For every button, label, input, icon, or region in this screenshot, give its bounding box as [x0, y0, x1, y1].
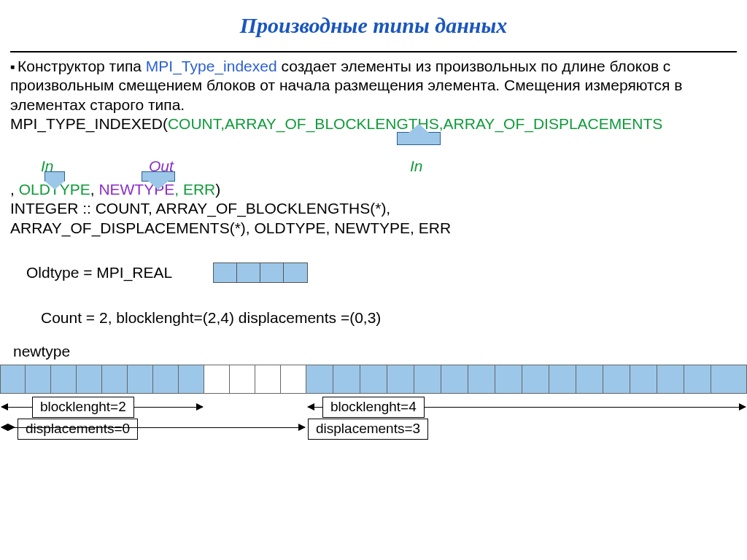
diagram-cell: [77, 365, 102, 394]
body-text: ■Конструктор типа MPI_Type_indexed созда…: [0, 57, 747, 238]
annotations: blocklenght=2 blocklenght=4 displacement…: [0, 394, 747, 445]
oldtype-cell: [214, 263, 237, 282]
newtype-diagram: [0, 365, 747, 394]
diagram-cell: [441, 365, 468, 394]
count-line: Count = 2, blocklenght=(2,4) displacemen…: [41, 309, 747, 327]
diagram-cell: [153, 365, 179, 394]
diagram-cell: [102, 365, 128, 394]
diagram-cell: [0, 365, 26, 394]
diagram-cell: [360, 365, 387, 394]
oldtype-cell: [260, 263, 284, 282]
diagram-cell: [630, 365, 657, 394]
decl-line-1: INTEGER :: COUNT, ARRAY_OF_BLOCKLENGTHS(…: [10, 199, 737, 218]
function-name: MPI_Type_indexed: [146, 58, 277, 74]
diagram-cell: [549, 365, 576, 394]
diagram-cell: [26, 365, 51, 394]
slide-title: Производные типы данных: [0, 0, 747, 38]
arrow-d3: [1, 427, 305, 428]
decl-line-2: ARRAY_OF_DISPLACEMENTS(*), OLDTYPE, NEWT…: [10, 219, 737, 238]
diagram-cell: [522, 365, 549, 394]
oldtype-label: Oldtype = MPI_REAL: [26, 264, 172, 281]
callout-shape-out: [142, 171, 175, 182]
diagram-cell: [255, 365, 281, 394]
diagram-cell: [495, 365, 522, 394]
ann-d0: displacements=0: [18, 419, 138, 440]
ann-bl4: blocklenght=4: [322, 397, 425, 418]
divider: [10, 51, 737, 52]
diagram-cell: [603, 365, 630, 394]
sig-prefix: MPI_TYPE_INDEXED(: [10, 115, 168, 132]
diagram-cell: [204, 365, 230, 394]
ann-d3: displacements=3: [308, 419, 428, 440]
diagram-cell: [711, 365, 747, 394]
callout-area: In In Out: [10, 133, 737, 184]
diagram-cell: [333, 365, 360, 394]
diagram-cell: [684, 365, 711, 394]
ann-bl2: blocklenght=2: [32, 397, 134, 418]
callout-shape-in-right: [397, 132, 441, 145]
diagram-cell: [657, 365, 684, 394]
diagram-cell: [576, 365, 603, 394]
diagram-cell: [306, 365, 333, 394]
oldtype-row: Oldtype = MPI_REAL: [26, 262, 747, 283]
newtype-label: newtype: [13, 343, 747, 360]
diagram-cell: [414, 365, 441, 394]
bullet-icon: ■: [10, 63, 15, 71]
callout-in-right: In: [410, 157, 423, 176]
oldtype-cell: [284, 263, 307, 282]
oldtype-cell: [237, 263, 260, 282]
diagram-cell: [230, 365, 255, 394]
diagram-cell: [387, 365, 414, 394]
intro-before: Конструктор типа: [18, 58, 146, 74]
diagram-cell: [281, 365, 306, 394]
diagram-cell: [179, 365, 204, 394]
callout-shape-in-left: [44, 171, 65, 182]
diagram-cell: [468, 365, 495, 394]
diagram-cell: [128, 365, 153, 394]
oldtype-cells: [213, 262, 308, 283]
diagram-cell: [51, 365, 77, 394]
